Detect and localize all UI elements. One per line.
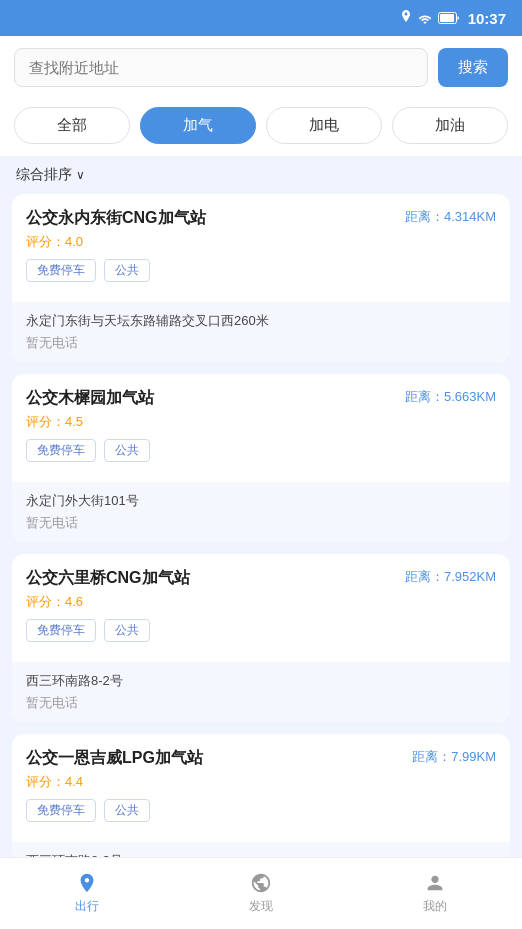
sort-bar[interactable]: 综合排序 ∨ (0, 156, 522, 194)
sort-label: 综合排序 (16, 166, 72, 184)
station-card[interactable]: 公交永内东街CNG加气站 距离：4.314KM 评分：4.0 免费停车 公共 永… (12, 194, 510, 362)
detail-phone: 暂无电话 (26, 334, 496, 352)
mine-icon (424, 872, 446, 894)
tag-public: 公共 (104, 259, 150, 282)
card-main: 公交一恩吉威LPG加气站 距离：7.99KM 评分：4.4 免费停车 公共 (12, 734, 510, 832)
tag-free-parking: 免费停车 (26, 799, 96, 822)
station-distance: 距离：4.314KM (405, 208, 496, 226)
status-icons (400, 10, 460, 26)
tab-all[interactable]: 全部 (14, 107, 130, 144)
discover-icon (250, 872, 272, 894)
station-list: 公交永内东街CNG加气站 距离：4.314KM 评分：4.0 免费停车 公共 永… (0, 194, 522, 929)
station-name: 公交六里桥CNG加气站 (26, 568, 190, 589)
card-header: 公交永内东街CNG加气站 距离：4.314KM (26, 208, 496, 229)
filter-tabs: 全部 加气 加电 加油 (0, 99, 522, 156)
station-rating: 评分：4.4 (26, 773, 496, 791)
station-distance: 距离：7.99KM (412, 748, 496, 766)
station-name: 公交一恩吉威LPG加气站 (26, 748, 203, 769)
card-detail: 永定门外大街101号 暂无电话 (12, 482, 510, 542)
station-tags: 免费停车 公共 (26, 619, 496, 642)
card-main: 公交永内东街CNG加气站 距离：4.314KM 评分：4.0 免费停车 公共 (12, 194, 510, 292)
battery-icon (438, 12, 460, 24)
station-card[interactable]: 公交木樨园加气站 距离：5.663KM 评分：4.5 免费停车 公共 永定门外大… (12, 374, 510, 542)
card-main: 公交六里桥CNG加气站 距离：7.952KM 评分：4.6 免费停车 公共 (12, 554, 510, 652)
tab-gas[interactable]: 加气 (140, 107, 256, 144)
travel-icon (76, 872, 98, 894)
status-time: 10:37 (468, 10, 506, 27)
tab-oil[interactable]: 加油 (392, 107, 508, 144)
tag-public: 公共 (104, 619, 150, 642)
detail-address: 永定门东街与天坛东路辅路交叉口西260米 (26, 312, 496, 330)
card-header: 公交六里桥CNG加气站 距离：7.952KM (26, 568, 496, 589)
detail-phone: 暂无电话 (26, 694, 496, 712)
bottom-nav: 出行 发现 我的 (0, 857, 522, 929)
tag-free-parking: 免费停车 (26, 439, 96, 462)
detail-address: 永定门外大街101号 (26, 492, 496, 510)
search-button[interactable]: 搜索 (438, 48, 508, 87)
search-bar: 搜索 (0, 36, 522, 99)
station-distance: 距离：7.952KM (405, 568, 496, 586)
tab-electric[interactable]: 加电 (266, 107, 382, 144)
station-distance: 距离：5.663KM (405, 388, 496, 406)
tag-free-parking: 免费停车 (26, 259, 96, 282)
station-tags: 免费停车 公共 (26, 799, 496, 822)
detail-phone: 暂无电话 (26, 514, 496, 532)
nav-label-mine: 我的 (423, 898, 447, 915)
card-detail: 永定门东街与天坛东路辅路交叉口西260米 暂无电话 (12, 302, 510, 362)
search-input[interactable] (14, 48, 428, 87)
card-header: 公交木樨园加气站 距离：5.663KM (26, 388, 496, 409)
svg-rect-1 (440, 14, 454, 22)
station-tags: 免费停车 公共 (26, 439, 496, 462)
station-card[interactable]: 公交六里桥CNG加气站 距离：7.952KM 评分：4.6 免费停车 公共 西三… (12, 554, 510, 722)
station-rating: 评分：4.6 (26, 593, 496, 611)
nav-item-mine[interactable]: 我的 (348, 858, 522, 929)
nav-label-travel: 出行 (75, 898, 99, 915)
status-bar: 10:37 (0, 0, 522, 36)
tag-public: 公共 (104, 439, 150, 462)
card-main: 公交木樨园加气站 距离：5.663KM 评分：4.5 免费停车 公共 (12, 374, 510, 472)
tag-free-parking: 免费停车 (26, 619, 96, 642)
station-rating: 评分：4.5 (26, 413, 496, 431)
station-name: 公交木樨园加气站 (26, 388, 154, 409)
nav-item-travel[interactable]: 出行 (0, 858, 174, 929)
sort-arrow-icon: ∨ (76, 168, 85, 182)
station-name: 公交永内东街CNG加气站 (26, 208, 206, 229)
station-tags: 免费停车 公共 (26, 259, 496, 282)
station-rating: 评分：4.0 (26, 233, 496, 251)
card-header: 公交一恩吉威LPG加气站 距离：7.99KM (26, 748, 496, 769)
nav-label-discover: 发现 (249, 898, 273, 915)
tag-public: 公共 (104, 799, 150, 822)
card-detail: 西三环南路8-2号 暂无电话 (12, 662, 510, 722)
detail-address: 西三环南路8-2号 (26, 672, 496, 690)
wifi-icon (418, 13, 432, 24)
nav-item-discover[interactable]: 发现 (174, 858, 348, 929)
location-signal-icon (400, 10, 412, 26)
